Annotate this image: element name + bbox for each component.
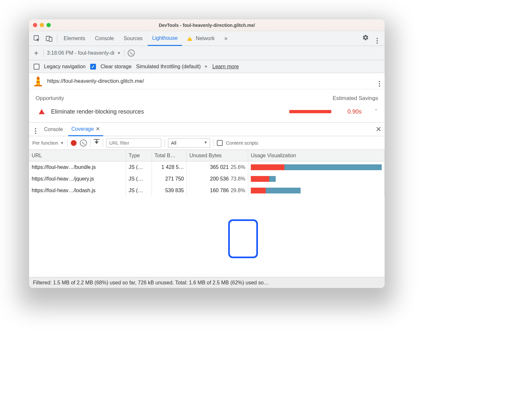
warning-icon [187,36,192,41]
legacy-navigation-label: Legacy navigation [44,64,86,70]
coverage-mode-label: Per function [32,140,58,146]
throttling-label: Simulated throttling (default) [136,64,201,70]
tab-elements[interactable]: Elements [59,31,90,46]
drawer-tab-label: Console [44,126,63,132]
cell-viz [248,185,385,196]
opportunity-title: Eliminate render-blocking resources [51,108,144,115]
drawer-tab-coverage[interactable]: Coverage ✕ [68,123,103,136]
divider [165,139,165,147]
drawer-tab-console[interactable]: Console [41,123,66,136]
cell-unused: 160 786 29.8% [187,185,248,196]
cell-type: JS (… [126,173,152,185]
col-type[interactable]: Type [126,150,152,161]
clear-storage-label: Clear storage [101,64,132,70]
more-options-icon[interactable] [372,33,383,44]
coverage-statusbar: Filtered: 1.5 MB of 2.2 MB (68%) used so… [29,277,385,288]
chevron-up-icon: ˄ [375,108,378,115]
divider [90,139,90,147]
cell-unused: 365 021 25.6% [187,161,248,173]
cell-type: JS (… [126,185,152,196]
throttling-dropdown[interactable]: Simulated throttling (default) ▼ [136,64,208,70]
table-row[interactable]: https://foul-heav…/bundle.jsJS (…1 428 5… [29,161,385,173]
divider [43,49,44,57]
content-scripts-label: Content scripts [226,140,258,146]
clear-icon[interactable] [128,50,135,57]
col-unused[interactable]: Unused Bytes [187,150,248,161]
coverage-table: URL Type Total B… Unused Bytes Usage Vis… [29,150,385,277]
chevron-down-icon: ▼ [60,141,64,145]
more-tabs-button[interactable]: » [220,31,232,46]
record-icon[interactable] [71,140,77,146]
report-dropdown[interactable]: 3:18:06 PM - foul-heavenly-di ▼ [47,50,121,56]
url-filter-input[interactable] [106,138,161,148]
opportunity-section: Opportunity Estimated Savings Eliminate … [29,89,385,123]
opportunity-header: Opportunity Estimated Savings [29,89,385,105]
legacy-navigation-checkbox[interactable] [34,64,39,70]
savings-value: 0.90s [347,108,362,115]
fail-icon [39,109,45,114]
device-toolbar-icon[interactable] [43,33,55,44]
report-menu-icon[interactable] [379,76,380,87]
cell-url: https://foul-heav…/bundle.js [29,161,126,173]
lighthouse-options: Legacy navigation Clear storage Simulate… [29,60,385,73]
coverage-toolbar: Per function ▼ All Content scripts [29,136,385,150]
table-row[interactable]: https://foul-heav…/jquery.jsJS (…271 750… [29,173,385,185]
tab-sources[interactable]: Sources [119,31,147,46]
cell-total: 271 750 [152,173,187,185]
table-body: https://foul-heav…/bundle.jsJS (…1 428 5… [29,161,385,277]
tab-label: Lighthouse [152,35,177,41]
divider [103,139,103,147]
type-filter-select[interactable]: All [168,138,210,148]
opportunity-header-left: Opportunity [36,95,64,102]
divider [57,34,57,43]
settings-icon[interactable] [360,34,371,42]
opportunity-row[interactable]: Eliminate render-blocking resources 0.90… [29,105,385,123]
cell-total: 539 835 [152,185,187,196]
svg-rect-2 [49,37,52,41]
more-icon: » [224,35,228,42]
new-report-button[interactable]: + [32,49,40,58]
tab-network[interactable]: Network [183,31,219,46]
clear-storage-checkbox[interactable] [90,64,96,70]
maximize-window-icon[interactable] [47,23,51,27]
drawer-menu-icon[interactable] [32,125,39,134]
col-url[interactable]: URL [29,150,126,161]
devtools-window: DevTools - foul-heavenly-direction.glitc… [29,19,385,288]
tab-label: Elements [64,36,85,41]
divider [67,139,68,147]
close-window-icon[interactable] [33,23,37,27]
type-filter-dropdown[interactable]: All [168,138,210,148]
table-row[interactable]: https://foul-heav…/lodash.jsJS (…539 835… [29,185,385,196]
lighthouse-icon [34,76,43,86]
col-viz[interactable]: Usage Visualization [248,150,385,161]
savings-bar [289,110,331,113]
cell-unused: 200 536 73.8% [187,173,248,185]
export-icon[interactable] [94,140,100,146]
divider [124,49,124,57]
content-scripts-checkbox[interactable] [217,140,223,146]
learn-more-link[interactable]: Learn more [212,64,239,70]
close-tab-icon[interactable]: ✕ [96,126,100,132]
chevron-down-icon: ▼ [204,64,208,69]
coverage-mode-dropdown[interactable]: Per function ▼ [32,140,64,146]
lighthouse-toolbar: + 3:18:06 PM - foul-heavenly-di ▼ [29,46,385,60]
tab-console[interactable]: Console [90,31,119,46]
tab-label: Network [196,36,215,41]
report-url: https://foul-heavenly-direction.glitch.m… [47,78,144,84]
cell-url: https://foul-heav…/lodash.js [29,185,126,196]
tab-label: Console [95,36,114,41]
clear-coverage-icon[interactable] [80,139,87,147]
report-label: 3:18:06 PM - foul-heavenly-di [47,50,114,56]
col-total[interactable]: Total B… [152,150,187,161]
tab-lighthouse[interactable]: Lighthouse [148,31,182,46]
close-drawer-icon[interactable]: ✕ [376,125,381,134]
minimize-window-icon[interactable] [40,23,44,27]
statusbar-text: Filtered: 1.5 MB of 2.2 MB (68%) used so… [33,280,269,286]
cell-total: 1 428 5… [152,161,187,173]
panel-tabs: Elements Console Sources Lighthouse Netw… [29,31,385,46]
inspect-element-icon[interactable] [31,33,43,44]
chevron-down-icon: ▼ [117,51,121,55]
cell-type: JS (… [126,161,152,173]
opportunity-header-right: Estimated Savings [333,95,378,102]
cell-viz [248,161,385,173]
